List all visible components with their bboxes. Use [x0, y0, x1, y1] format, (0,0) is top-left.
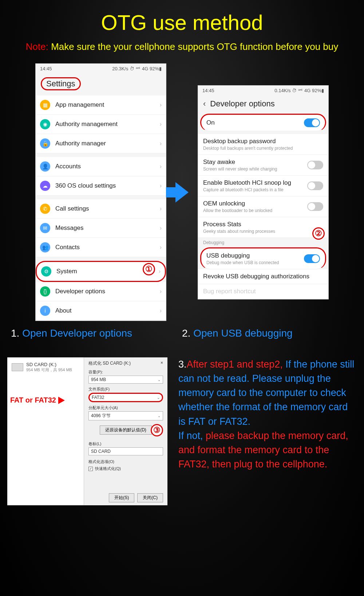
item-about[interactable]: iAbout› — [36, 301, 166, 321]
volume-value: SD CARD — [91, 449, 111, 454]
dev-title: Developer options — [210, 99, 274, 109]
dev-bt-snoop[interactable]: Enable Bluetooth HCI snoop logCapture al… — [198, 176, 328, 196]
step3-red1: After step1 and step2, — [187, 359, 283, 370]
dev-on-toggle[interactable]: On — [200, 114, 326, 131]
item-call-settings[interactable]: ✆Call settings› — [36, 199, 166, 219]
item-contacts[interactable]: 👥Contacts› — [36, 238, 166, 257]
note-line: Note: Make sure the your cellphone suppo… — [0, 41, 364, 52]
item-label: OEM unlocking — [203, 200, 307, 207]
toggle-off-icon[interactable] — [307, 181, 323, 190]
item-accounts[interactable]: 👤Accounts› — [36, 157, 166, 176]
back-icon[interactable]: ‹ — [203, 99, 206, 109]
item-label: Bug report shortcut — [203, 288, 323, 295]
status-time: 14:45 — [40, 66, 52, 71]
toggle-on-icon[interactable] — [304, 118, 320, 127]
item-authority-manager[interactable]: 🔒Authority manager› — [36, 134, 166, 153]
dev-usb-debugging[interactable]: USB debuggingDebug mode when USB is conn… — [200, 247, 326, 269]
note-text: Make sure the your cellphone supports OT… — [51, 41, 338, 52]
item-label: Call settings — [55, 205, 89, 212]
item-cloud-settings[interactable]: ☁360 OS cloud settings› — [36, 176, 166, 196]
screenshots-row-2: SD CARD (K:) 954 MB 可用，共 954 MB FAT or F… — [0, 357, 364, 505]
start-button[interactable]: 开始(S) — [109, 493, 134, 502]
cloud-icon: ☁ — [40, 181, 50, 191]
alloc-select[interactable]: 4096 字节⌄ — [88, 411, 163, 420]
capacity-value: 954 MB — [91, 377, 106, 382]
step3-instructions: 3.After step1 and step2, If the phone st… — [178, 357, 357, 505]
chevron-right-icon: › — [160, 288, 162, 295]
dev-header: ‹ Developer options — [198, 95, 328, 114]
arrow-right — [170, 182, 194, 203]
chevron-right-icon: › — [160, 163, 162, 170]
status-time: 14:45 — [202, 88, 214, 93]
item-label: Enable Bluetooth HCI snoop log — [203, 179, 307, 187]
item-messages[interactable]: ✉Messages› — [36, 219, 166, 238]
chevron-right-icon: › — [160, 225, 162, 231]
lock-icon: 🔒 — [40, 138, 50, 149]
item-label: About — [55, 307, 71, 314]
chevron-right-icon: › — [160, 121, 162, 128]
item-sublabel: Allow the bootloader to be unlocked — [203, 208, 307, 213]
item-sublabel: Screen will never sleep while charging — [203, 166, 307, 172]
fat-label: FAT or FAT32 — [10, 396, 81, 404]
dev-bug-shortcut[interactable]: Bug report shortcut — [198, 284, 328, 299]
item-sublabel: Desktop full backups aren't currently pr… — [203, 146, 323, 151]
item-label: Revoke USB debugging authorizations — [203, 273, 323, 280]
dev-oem-unlock[interactable]: OEM unlockingAllow the bootloader to be … — [198, 196, 328, 217]
status-bar: 14:45 20.3K/s ⏱ ᵃⁿᵗ 4G 92%▮ — [36, 64, 166, 74]
item-sublabel: Geeky stats about running processes — [203, 229, 323, 234]
quick-format-checkbox[interactable]: ✓ 快速格式化(Q) — [88, 466, 163, 471]
caption-1: 1. Open Developer options — [11, 328, 182, 339]
close-button[interactable]: 关闭(C) — [137, 493, 163, 502]
toggle-off-icon[interactable] — [307, 202, 323, 211]
item-sublabel: Capture all bluetooth HCI packets in a f… — [203, 187, 307, 192]
item-authority-management[interactable]: ◉Authority management› — [36, 115, 166, 134]
dev-backup-password[interactable]: Desktop backup passwordDesktop full back… — [198, 134, 328, 155]
drive-icon — [12, 363, 23, 371]
chevron-down-icon: ⌄ — [158, 378, 161, 382]
chevron-right-icon: › — [159, 268, 161, 275]
volume-label: 卷标(L) — [88, 441, 163, 447]
braces-icon: {} — [40, 286, 50, 297]
alloc-value: 4096 字节 — [91, 413, 111, 419]
filesystem-select[interactable]: FAT32⌄ — [88, 393, 163, 402]
format-dialog: SD CARD (K:) 954 MB 可用，共 954 MB FAT or F… — [7, 357, 167, 505]
restore-defaults-button[interactable]: 还原设备的默认值(D) — [100, 426, 152, 435]
filesystem-value: FAT32 — [92, 395, 104, 400]
alloc-label: 分配单元大小(A) — [88, 405, 163, 411]
step3-blue2: If not, — [178, 430, 206, 441]
settings-list: ▦App management› ◉Authority management› … — [36, 95, 166, 321]
chevron-right-icon: › — [160, 140, 162, 147]
dev-revoke-auth[interactable]: Revoke USB debugging authorizations — [198, 269, 328, 284]
capacity-select[interactable]: 954 MB⌄ — [88, 376, 163, 384]
sd-card-entry[interactable]: SD CARD (K:) 954 MB 可用，共 954 MB — [10, 360, 81, 374]
toggle-on-icon[interactable] — [304, 254, 320, 263]
quick-format-label: 快速格式化(Q) — [95, 466, 121, 471]
item-label: Authority manager — [55, 140, 106, 147]
step-badge-3: ③ — [151, 424, 163, 436]
settings-header: Settings — [36, 74, 166, 95]
status-bar: 14:45 0.14K/s ⏱ ᵃⁿᵗ 4G 92%▮ — [198, 86, 328, 95]
chevron-down-icon: ⌄ — [158, 414, 161, 418]
item-label: System — [56, 268, 77, 275]
explorer-pane: SD CARD (K:) 954 MB 可用，共 954 MB FAT or F… — [7, 357, 84, 505]
close-icon[interactable]: × — [161, 360, 163, 366]
status-right: 0.14K/s ⏱ ᵃⁿᵗ 4G 92%▮ — [274, 88, 324, 93]
dev-stay-awake[interactable]: Stay awakeScreen will never sleep while … — [198, 155, 328, 176]
step-badge-2: ② — [312, 227, 325, 240]
item-developer-options[interactable]: {}Developer options› — [36, 282, 166, 301]
step-badge-1: ① — [143, 263, 155, 275]
options-label: 格式化选项(O) — [88, 459, 163, 464]
item-app-management[interactable]: ▦App management› — [36, 95, 166, 115]
status-right: 20.3K/s ⏱ ᵃⁿᵗ 4G 92%▮ — [112, 66, 162, 71]
step3-num: 3. — [178, 359, 187, 370]
toggle-off-icon[interactable] — [307, 161, 323, 169]
arrow-right-icon — [58, 397, 65, 404]
volume-input[interactable]: SD CARD — [88, 447, 163, 455]
grid-icon: ▦ — [40, 100, 50, 110]
person-icon: 👤 — [40, 161, 50, 172]
dev-process-stats[interactable]: Process StatsGeeky stats about running p… — [198, 217, 328, 238]
note-label: Note: — [26, 41, 48, 52]
caption-2-text: Open USB debugging — [193, 328, 292, 339]
gear-icon: ⚙ — [41, 266, 51, 277]
item-label: Stay awake — [203, 158, 307, 166]
